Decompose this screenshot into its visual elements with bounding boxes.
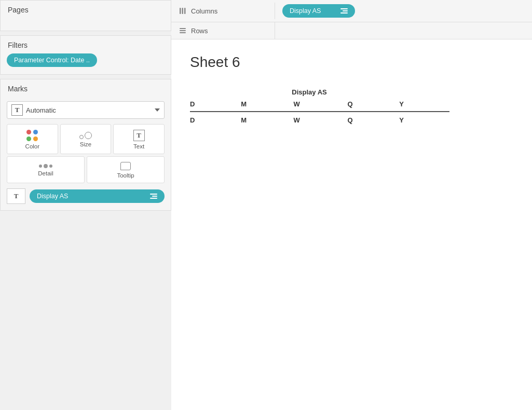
display-as-pill-button[interactable]: Display AS — [30, 189, 165, 203]
marks-cards-row1: Color Size T Text — [1, 124, 171, 154]
tooltip-label: Tooltip — [117, 172, 134, 179]
rows-label: Rows — [191, 27, 208, 35]
marks-section: Marks T Automatic Color — [0, 79, 171, 211]
col-header-M: M — [241, 98, 293, 112]
display-as-pill-label: Display AS — [37, 193, 68, 200]
marks-card-color[interactable]: Color — [7, 124, 58, 154]
svg-rect-1 — [182, 8, 184, 14]
column-headers-row: D M W Q Y — [190, 98, 449, 112]
display-as-align-icon — [150, 194, 157, 199]
table-row: D M W Q Y — [190, 112, 449, 128]
marks-type-label: Automatic — [26, 106, 152, 114]
size-icon — [79, 132, 92, 139]
columns-value-cell: Display AS — [275, 0, 532, 22]
text-pill-row: T Display AS — [1, 188, 171, 210]
main-area: Columns Display AS — [171, 0, 532, 410]
text-icon: T — [133, 130, 145, 141]
color-dots-icon — [26, 130, 38, 141]
sheet-table: Display AS D M W Q Y D M W Q — [190, 86, 449, 128]
size-label: Size — [80, 141, 91, 147]
svg-rect-4 — [180, 30, 186, 31]
columns-toolbar-row: Columns Display AS — [171, 0, 532, 22]
marks-type-dropdown[interactable]: T Automatic — [7, 101, 165, 119]
marks-cards-row2: Detail Tooltip — [1, 156, 171, 183]
marks-card-text[interactable]: T Text — [113, 124, 165, 154]
sheet-title: Sheet 6 — [190, 54, 513, 71]
svg-rect-3 — [180, 28, 186, 29]
detail-label: Detail — [38, 170, 53, 176]
rows-icon — [179, 26, 187, 35]
filter-pill-label: Parameter Control: Date .. — [14, 57, 90, 64]
filter-pill-button[interactable]: Parameter Control: Date .. — [7, 53, 97, 67]
marks-type-icon: T — [11, 104, 23, 116]
rows-cell: Rows — [171, 22, 275, 39]
svg-rect-5 — [180, 32, 186, 33]
cell-Q: Q — [347, 112, 399, 128]
marks-card-detail[interactable]: Detail — [7, 156, 85, 183]
marks-card-tooltip[interactable]: Tooltip — [87, 156, 165, 183]
sidebar: Pages Filters Parameter Control: Date ..… — [0, 0, 171, 410]
marks-label: Marks — [1, 79, 171, 97]
cell-M: M — [241, 112, 293, 128]
pages-label: Pages — [1, 1, 171, 18]
header-group-row: Display AS — [190, 86, 449, 98]
sheet-area: Sheet 6 Display AS D M W Q Y — [171, 39, 532, 410]
col-header-W: W — [293, 98, 347, 112]
columns-label: Columns — [191, 7, 217, 15]
tooltip-icon — [120, 162, 131, 170]
display-as-toolbar-pill[interactable]: Display AS — [282, 4, 355, 18]
col-header-D: D — [190, 98, 241, 112]
cell-D: D — [190, 112, 241, 128]
svg-rect-0 — [180, 8, 181, 14]
display-as-toolbar-icon — [340, 8, 348, 13]
cell-W: W — [293, 112, 347, 128]
text-label: Text — [133, 143, 144, 149]
cell-Y: Y — [399, 112, 449, 128]
col-header-Y: Y — [399, 98, 449, 112]
color-label: Color — [25, 143, 39, 149]
pages-section: Pages — [0, 0, 171, 31]
display-as-toolbar-label: Display AS — [290, 7, 321, 15]
filters-section: Filters Parameter Control: Date .. — [0, 35, 171, 75]
rows-toolbar-row: Rows — [171, 22, 532, 39]
chevron-down-icon — [155, 108, 160, 112]
svg-rect-2 — [184, 8, 186, 14]
columns-cell: Columns — [171, 3, 275, 19]
detail-icon — [39, 164, 52, 168]
rows-value-cell — [275, 26, 532, 35]
text-mark-icon: T — [7, 188, 25, 204]
filters-label: Filters — [1, 36, 171, 53]
header-group-label: Display AS — [190, 86, 449, 98]
col-header-Q: Q — [347, 98, 399, 112]
columns-icon — [179, 7, 187, 15]
marks-card-size[interactable]: Size — [60, 124, 112, 154]
